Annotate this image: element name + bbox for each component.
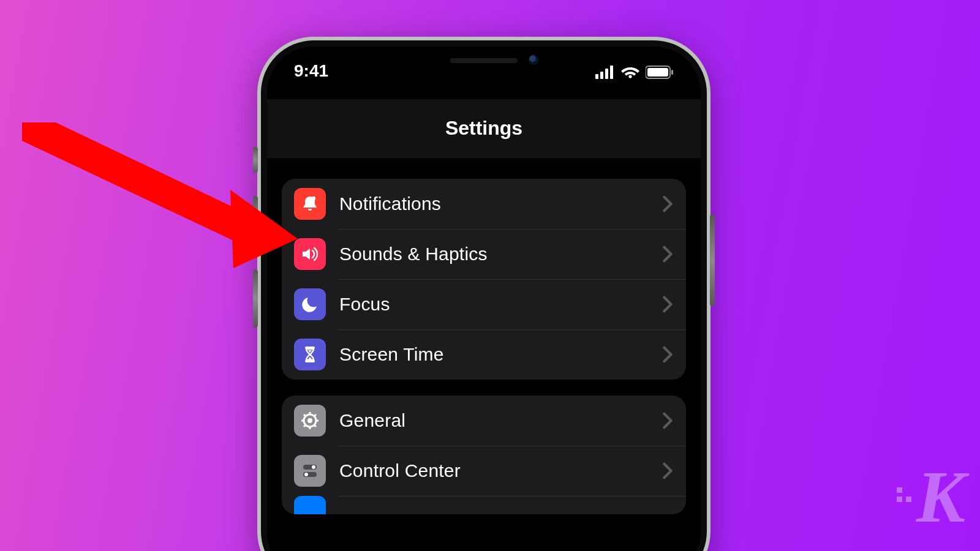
mute-switch: [253, 147, 258, 173]
svg-point-11: [307, 418, 312, 423]
row-label: Sounds & Haptics: [339, 244, 662, 264]
hourglass-icon: [294, 339, 326, 370]
settings-row-control-center[interactable]: Control Center: [282, 446, 686, 496]
settings-row-notifications[interactable]: Notifications: [282, 179, 686, 229]
watermark-dots: [897, 487, 911, 502]
status-time: 9:41: [294, 61, 328, 83]
chevron-right-icon: [662, 296, 674, 313]
svg-point-21: [312, 465, 315, 469]
cellular-icon: [595, 66, 615, 79]
watermark: K: [897, 468, 962, 527]
settings-row-partial[interactable]: [282, 496, 686, 514]
phone-frame: 9:41 Settings: [257, 37, 710, 551]
svg-rect-2: [605, 69, 608, 79]
settings-row-screen-time[interactable]: Screen Time: [282, 329, 686, 380]
settings-row-sounds-haptics[interactable]: Sounds & Haptics: [282, 229, 686, 279]
power-button: [710, 214, 715, 306]
settings-row-general[interactable]: General: [282, 395, 686, 446]
chevron-right-icon: [662, 346, 674, 363]
phone-screen: 9:41 Settings: [267, 47, 701, 551]
battery-icon: [646, 66, 674, 79]
settings-content: Notifications Sounds & Haptics: [267, 163, 701, 551]
svg-rect-0: [595, 74, 598, 79]
svg-line-18: [304, 425, 306, 427]
volume-up-button: [253, 196, 258, 254]
toggles-icon: [294, 455, 326, 487]
front-camera: [529, 55, 538, 65]
svg-line-19: [314, 414, 316, 416]
display-icon: [294, 496, 326, 514]
svg-rect-5: [647, 68, 668, 77]
settings-group: Notifications Sounds & Haptics: [282, 179, 686, 380]
bell-icon: [294, 188, 326, 220]
chevron-right-icon: [662, 462, 674, 479]
chevron-right-icon: [662, 246, 674, 263]
svg-rect-1: [600, 72, 603, 79]
notch: [389, 47, 579, 75]
svg-point-7: [312, 197, 315, 200]
row-label: Control Center: [339, 460, 662, 481]
volume-down-button: [253, 269, 258, 328]
row-label: Notifications: [339, 193, 662, 214]
watermark-letter: K: [916, 468, 962, 527]
settings-group: General Control Center: [282, 395, 686, 514]
chevron-right-icon: [662, 412, 674, 429]
wifi-icon: [621, 66, 639, 79]
row-label: Screen Time: [339, 344, 662, 365]
svg-line-17: [314, 425, 316, 427]
settings-row-focus[interactable]: Focus: [282, 279, 686, 329]
moon-icon: [294, 288, 326, 320]
row-label: General: [339, 410, 662, 431]
page-title: Settings: [445, 117, 522, 140]
svg-point-23: [304, 473, 308, 476]
navigation-bar: Settings: [267, 99, 701, 158]
gear-icon: [294, 405, 326, 437]
svg-line-16: [304, 414, 306, 416]
earpiece-speaker: [450, 58, 518, 63]
row-label: Focus: [339, 294, 662, 315]
svg-rect-3: [610, 66, 613, 79]
speaker-icon: [294, 238, 326, 270]
chevron-right-icon: [662, 195, 674, 212]
svg-rect-6: [671, 70, 673, 75]
